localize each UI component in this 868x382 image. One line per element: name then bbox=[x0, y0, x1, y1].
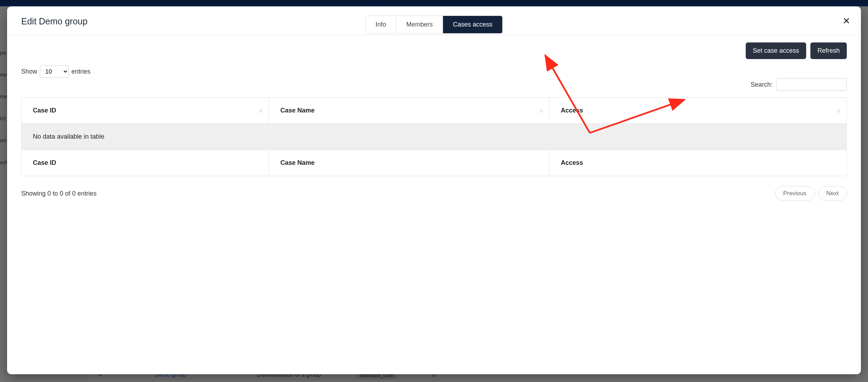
table-footer: Showing 0 to 0 of 0 entries Previous Nex… bbox=[21, 186, 847, 201]
table-info-text: Showing 0 to 0 of 0 entries bbox=[21, 190, 96, 197]
col-case-id[interactable]: Case ID ↑↓ bbox=[22, 98, 269, 124]
modal-title: Edit Demo group bbox=[21, 16, 88, 27]
tab-members[interactable]: Members bbox=[396, 16, 443, 33]
search-input[interactable] bbox=[776, 78, 847, 91]
modal-header: Edit Demo group Info Members Cases acces… bbox=[7, 6, 861, 35]
refresh-button[interactable]: Refresh bbox=[810, 42, 847, 59]
footer-col-access: Access bbox=[550, 150, 846, 176]
tab-info[interactable]: Info bbox=[365, 16, 396, 33]
table-search: Search: bbox=[751, 78, 847, 91]
modal-tabs: Info Members Cases access bbox=[365, 16, 503, 34]
length-suffix: entries bbox=[71, 68, 90, 75]
length-prefix: Show bbox=[21, 68, 37, 75]
set-case-access-button[interactable]: Set case access bbox=[746, 42, 806, 59]
col-case-name[interactable]: Case Name ↑↓ bbox=[269, 98, 550, 124]
modal-body: Set case access Refresh Show 10 entries … bbox=[7, 35, 861, 374]
pagination: Previous Next bbox=[775, 186, 847, 201]
col-access[interactable]: Access ↑↓ bbox=[550, 98, 846, 124]
next-button[interactable]: Next bbox=[818, 186, 847, 201]
search-label: Search: bbox=[751, 81, 773, 88]
tab-cases-access[interactable]: Cases access bbox=[443, 16, 503, 33]
edit-group-modal: Edit Demo group Info Members Cases acces… bbox=[7, 6, 861, 374]
table-controls: Show 10 entries Search: bbox=[21, 65, 847, 91]
sort-icon: ↑↓ bbox=[539, 108, 542, 114]
footer-col-case-name: Case Name bbox=[269, 150, 550, 176]
table-empty-text: No data available in table bbox=[22, 124, 846, 150]
entries-length-select[interactable]: 10 bbox=[40, 65, 69, 78]
cases-access-table: Case ID ↑↓ Case Name ↑↓ Access ↑↓ No dat… bbox=[21, 97, 847, 176]
previous-button[interactable]: Previous bbox=[775, 186, 815, 201]
actions-row: Set case access Refresh bbox=[21, 42, 847, 59]
table-empty-row: No data available in table bbox=[22, 124, 846, 150]
footer-col-case-id: Case ID bbox=[22, 150, 269, 176]
entries-length-control: Show 10 entries bbox=[21, 65, 90, 78]
sort-icon: ↑↓ bbox=[259, 108, 262, 114]
sort-icon: ↑↓ bbox=[837, 108, 839, 114]
close-icon[interactable]: ✕ bbox=[843, 16, 850, 25]
